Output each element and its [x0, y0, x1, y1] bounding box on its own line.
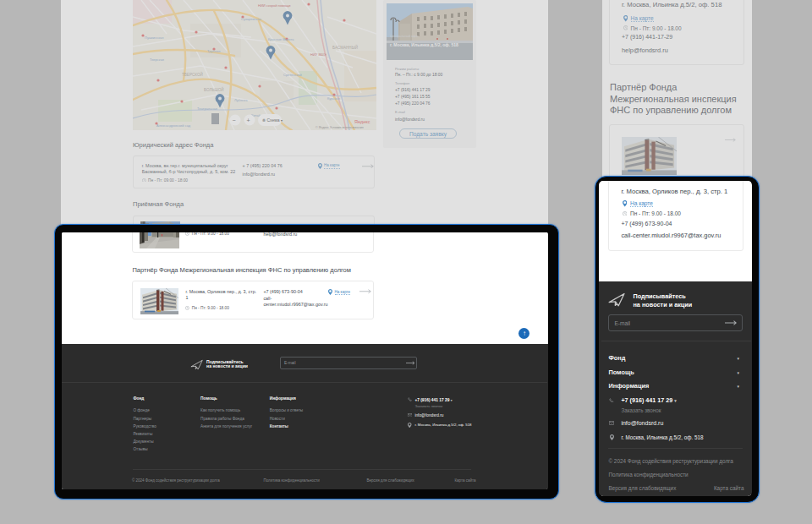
svg-text:ТВЕРСКОЙ: ТВЕРСКОЙ: [182, 71, 203, 77]
svg-text:НИИ скорой помощи: НИИ скорой помощи: [258, 3, 290, 8]
svg-text:БОЛЬШОЙ: БОЛЬШОЙ: [204, 86, 224, 92]
svg-text:Лубянка: Лубянка: [234, 98, 248, 102]
svg-text:Курская: Курская: [327, 96, 340, 101]
svg-text:Китай-город: Китай-город: [251, 113, 271, 117]
svg-text:Александровский сад: Александровский сад: [156, 123, 191, 128]
svg-text:Красные Ворота: Красные Ворота: [268, 37, 294, 41]
svg-text:−: −: [233, 117, 236, 123]
svg-text:+: +: [247, 117, 250, 123]
svg-text:БАСМАННЫЙ: БАСМАННЫЙ: [332, 44, 358, 50]
svg-text:Тверская: Тверская: [150, 57, 164, 62]
svg-text:Театральная: Театральная: [197, 106, 217, 111]
svg-text:⛯ Схема ▾: ⛯ Схема ▾: [262, 117, 283, 123]
svg-text:Яндекс: Яндекс: [354, 119, 370, 124]
svg-text:Пушкинская: Пушкинская: [145, 35, 164, 40]
svg-text:Сретенский: Сретенский: [283, 73, 302, 77]
svg-text:Сухаревская: Сухаревская: [241, 17, 261, 21]
svg-text:© Яндекс Условия использовани: © Яндекс Условия использования: [315, 126, 364, 129]
svg-text:Трубная: Трубная: [207, 49, 220, 53]
svg-text:НИУ ВШЭ: НИУ ВШЭ: [310, 52, 326, 57]
